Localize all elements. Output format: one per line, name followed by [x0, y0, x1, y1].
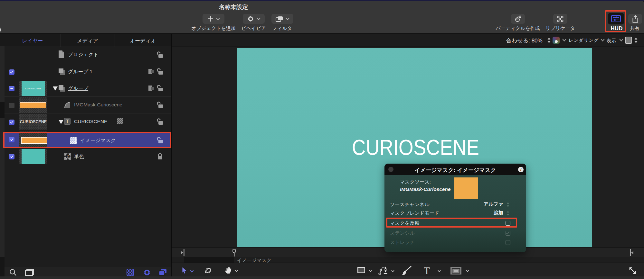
svg-text:2: 2 — [67, 154, 69, 159]
